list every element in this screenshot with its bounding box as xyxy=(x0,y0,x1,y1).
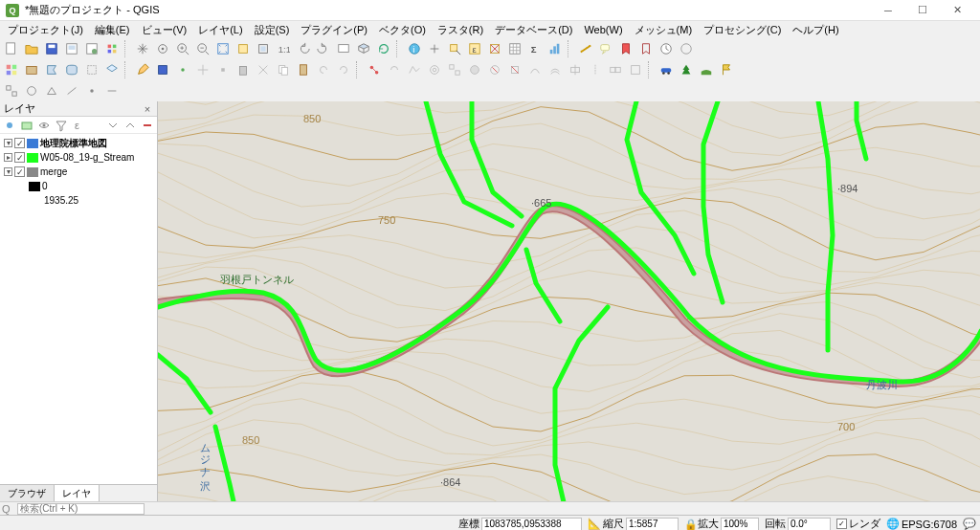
close-button[interactable]: ✕ xyxy=(940,1,974,20)
layer-row[interactable]: ▸✓W05-08_19-g_Stream xyxy=(2,150,155,165)
expand-toggle[interactable]: ▾ xyxy=(4,139,12,147)
zoom-out-button[interactable] xyxy=(193,39,212,58)
zoom-full-button[interactable] xyxy=(213,39,233,58)
coord-input[interactable] xyxy=(481,518,582,531)
manage-visibility-icon[interactable] xyxy=(36,118,52,133)
merge-features-button[interactable] xyxy=(606,60,625,79)
plugin-car-icon[interactable] xyxy=(657,60,676,79)
delete-ring-button[interactable] xyxy=(485,60,504,79)
select-features-button[interactable] xyxy=(445,39,464,58)
fill-ring-button[interactable] xyxy=(465,60,484,79)
zoom-in-button[interactable] xyxy=(173,39,192,58)
data-source-manager-button[interactable] xyxy=(2,60,21,79)
scale-input[interactable] xyxy=(626,518,679,531)
menu-item[interactable]: プロジェクト(J) xyxy=(2,21,89,39)
expression-filter-icon[interactable]: ε xyxy=(71,118,86,133)
snapping-edge-button[interactable] xyxy=(102,81,122,100)
statistics-button[interactable] xyxy=(546,39,565,58)
menu-item[interactable]: メッシュ(M) xyxy=(629,21,699,39)
expand-toggle[interactable]: ▾ xyxy=(4,167,12,176)
magnifier-input[interactable] xyxy=(721,518,759,531)
delete-part-button[interactable] xyxy=(505,60,524,79)
menu-item[interactable]: Web(W) xyxy=(578,22,628,37)
offset-curve-button[interactable] xyxy=(546,60,565,79)
snapping-group-button[interactable] xyxy=(2,81,21,100)
copy-features-button[interactable] xyxy=(274,60,293,79)
new-temp-layer-button[interactable] xyxy=(82,60,101,79)
undo-button[interactable] xyxy=(314,60,333,79)
save-project-button[interactable] xyxy=(42,39,61,58)
toggle-editing-button[interactable] xyxy=(133,60,152,79)
snapping-ring-button[interactable] xyxy=(22,81,41,100)
new-geopackage-button[interactable] xyxy=(22,60,41,79)
close-panel-icon[interactable]: × xyxy=(142,103,153,115)
pan-button[interactable] xyxy=(133,39,152,58)
layer-row[interactable]: ▾✓merge xyxy=(2,165,155,179)
add-part-button[interactable] xyxy=(445,60,464,79)
menu-item[interactable]: ヘルプ(H) xyxy=(787,21,844,39)
refresh-button[interactable] xyxy=(374,39,393,58)
deselect-button[interactable] xyxy=(485,39,504,58)
render-checkbox[interactable]: ✓ xyxy=(836,519,847,529)
identify-button[interactable]: i xyxy=(405,39,424,58)
rotation-input[interactable] xyxy=(788,518,831,531)
tab-layer[interactable]: レイヤ xyxy=(55,485,100,501)
open-project-button[interactable] xyxy=(22,39,41,58)
measure-line-button[interactable] xyxy=(576,39,595,58)
map-tips-button[interactable] xyxy=(596,39,615,58)
menu-item[interactable]: 設定(S) xyxy=(249,21,296,39)
layer-row[interactable]: 1935.25 xyxy=(2,193,155,208)
minimize-button[interactable]: ─ xyxy=(871,1,905,20)
select-by-value-button[interactable]: ε xyxy=(465,39,484,58)
new-map-view-button[interactable] xyxy=(334,39,353,58)
menu-item[interactable]: データベース(D) xyxy=(489,21,578,39)
filter-legend-icon[interactable] xyxy=(54,118,69,133)
redo-button[interactable] xyxy=(334,60,353,79)
split-features-button[interactable] xyxy=(566,60,585,79)
split-parts-button[interactable] xyxy=(586,60,605,79)
remove-layer-icon[interactable] xyxy=(140,118,155,133)
expand-all-icon[interactable] xyxy=(105,118,121,133)
snapping-line-button[interactable] xyxy=(62,81,81,100)
field-calculator-button[interactable]: Σ xyxy=(525,39,545,58)
visibility-checkbox[interactable]: ✓ xyxy=(14,166,25,177)
menu-item[interactable]: 編集(E) xyxy=(89,21,136,39)
zoom-native-button[interactable]: 1:1 xyxy=(274,39,293,58)
zoom-to-layer-button[interactable] xyxy=(254,39,273,58)
simplify-button[interactable] xyxy=(405,60,424,79)
map-canvas[interactable]: ·665·894·864850750700850羽根戸トンネル丹波川ムジナ沢 xyxy=(158,101,980,501)
search-input[interactable] xyxy=(17,503,145,515)
tab-browser[interactable]: ブラウザ xyxy=(0,485,55,501)
extents-icon[interactable]: 📐 xyxy=(588,518,601,530)
plugin-field-icon[interactable] xyxy=(697,60,716,79)
snapping-vertex-button[interactable] xyxy=(82,81,101,100)
new-spatialite-button[interactable] xyxy=(62,60,81,79)
action-button[interactable] xyxy=(425,39,444,58)
messages-icon[interactable]: 💬 xyxy=(963,518,976,530)
menu-item[interactable]: ラスタ(R) xyxy=(432,21,489,39)
node-tool-button[interactable] xyxy=(213,60,233,79)
move-feature-button[interactable] xyxy=(193,60,212,79)
new-print-layout-button[interactable] xyxy=(62,39,81,58)
menu-item[interactable]: ベクタ(O) xyxy=(373,21,432,39)
paste-features-button[interactable] xyxy=(294,60,313,79)
menu-item[interactable]: ビュー(V) xyxy=(136,21,193,39)
no-action-button[interactable] xyxy=(677,39,696,58)
visibility-checkbox[interactable]: ✓ xyxy=(14,152,25,163)
add-ring-button[interactable] xyxy=(425,60,444,79)
delete-selected-button[interactable] xyxy=(234,60,253,79)
new-virtual-layer-button[interactable] xyxy=(102,60,122,79)
temporal-button[interactable] xyxy=(657,39,676,58)
crs-label[interactable]: EPSG:6708 xyxy=(902,519,957,530)
layout-manager-button[interactable] xyxy=(82,39,101,58)
save-edits-button[interactable] xyxy=(153,60,172,79)
collapse-all-icon[interactable] xyxy=(122,118,138,133)
digitize-toolbar-button[interactable] xyxy=(365,60,384,79)
show-bookmarks-button[interactable] xyxy=(636,39,656,58)
zoom-last-button[interactable] xyxy=(294,39,313,58)
visibility-checkbox[interactable]: ✓ xyxy=(14,138,25,148)
layer-row[interactable]: 0 xyxy=(2,179,155,193)
merge-attrs-button[interactable] xyxy=(626,60,645,79)
menu-item[interactable]: プラグイン(P) xyxy=(295,21,373,39)
plugin-tree-icon[interactable] xyxy=(677,60,696,79)
